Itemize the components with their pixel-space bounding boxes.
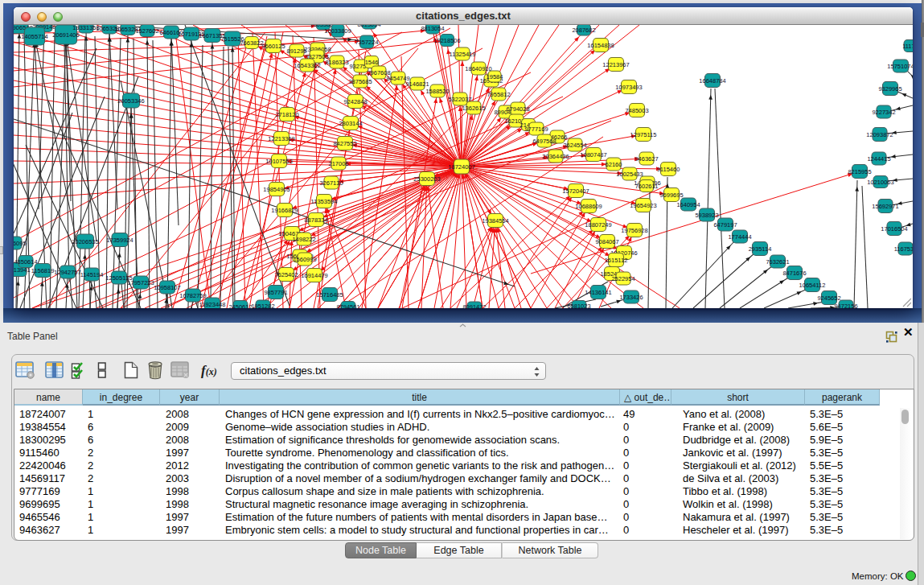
svg-text:4350614: 4350614 [14, 258, 37, 266]
svg-text:7602611: 7602611 [635, 183, 659, 190]
svg-text:12213369: 12213369 [268, 135, 294, 142]
svg-text:12213967: 12213967 [602, 61, 629, 68]
svg-text:9472156: 9472156 [834, 303, 857, 309]
svg-text:8471676: 8471676 [782, 270, 806, 277]
svg-text:8813054: 8813054 [421, 25, 444, 32]
svg-text:6479197: 6479197 [713, 221, 737, 229]
svg-text:9777169: 9777169 [524, 126, 548, 133]
svg-text:19218506: 19218506 [433, 37, 460, 44]
svg-text:7632621: 7632621 [766, 258, 789, 266]
svg-text:20206535: 20206535 [72, 238, 98, 245]
svg-text:1362615: 1362615 [462, 105, 485, 112]
svg-text:2450612: 2450612 [228, 303, 252, 309]
svg-text:2087682: 2087682 [572, 27, 595, 34]
svg-text:7357224: 7357224 [355, 39, 378, 46]
svg-text:1560999: 1560999 [293, 256, 316, 263]
svg-text:16543362: 16543362 [294, 62, 320, 69]
svg-text:1546: 1546 [365, 59, 379, 66]
svg-text:2626095: 2626095 [14, 240, 27, 247]
svg-text:11325419: 11325419 [450, 51, 476, 58]
svg-text:18807249: 18807249 [585, 221, 611, 229]
svg-text:19584: 19584 [487, 73, 503, 80]
svg-text:8878334: 8878334 [304, 216, 327, 224]
svg-text:10973493: 10973493 [615, 84, 642, 91]
svg-text:20691406: 20691406 [52, 31, 79, 39]
svg-text:1167533: 1167533 [894, 245, 913, 253]
svg-text:3267130: 3267130 [319, 179, 343, 187]
svg-text:9329965: 9329965 [878, 85, 901, 93]
svg-text:9115460: 9115460 [657, 166, 680, 173]
svg-text:9227342: 9227342 [872, 109, 895, 116]
svg-text:6794028: 6794028 [506, 105, 529, 113]
svg-text:9084067: 9084067 [595, 238, 618, 245]
svg-text:16033809: 16033809 [324, 27, 351, 35]
svg-text:3624554: 3624554 [563, 142, 586, 149]
svg-text:1527602: 1527602 [135, 27, 158, 35]
svg-text:20053346: 20053346 [117, 97, 144, 105]
svg-text:9245652: 9245652 [817, 295, 840, 302]
svg-text:2718120: 2718120 [275, 111, 298, 118]
svg-text:11353594: 11353594 [311, 198, 338, 205]
svg-text:11923448: 11923448 [199, 301, 226, 308]
svg-text:1145194: 1145194 [80, 271, 104, 278]
svg-text:12975115: 12975115 [630, 131, 657, 138]
svg-text:8813054: 8813054 [357, 25, 380, 28]
svg-text:15716485: 15716485 [316, 291, 343, 299]
svg-text:5938923: 5938923 [695, 212, 718, 219]
svg-text:14136141: 14136141 [585, 289, 611, 296]
svg-text:10654112: 10654112 [799, 282, 826, 289]
svg-text:17957223: 17957223 [127, 279, 154, 286]
svg-text:8427552: 8427552 [333, 140, 356, 147]
svg-text:1588520: 1588520 [425, 88, 449, 95]
svg-text:7955812: 7955812 [487, 91, 510, 98]
svg-text:217006: 217006 [328, 160, 348, 167]
svg-text:1156819: 1156819 [31, 267, 55, 274]
svg-text:16782759: 16782759 [179, 292, 206, 299]
svg-text:15751074: 15751074 [887, 63, 913, 70]
svg-text:11172: 11172 [902, 43, 913, 50]
svg-text:8091472: 8091472 [462, 303, 486, 309]
svg-text:10210063: 10210063 [867, 179, 893, 186]
svg-text:18640910: 18640910 [465, 65, 491, 72]
svg-text:1244415: 1244415 [867, 155, 890, 163]
svg-text:62160: 62160 [606, 161, 622, 168]
svg-text:3875685: 3875685 [348, 78, 372, 85]
svg-text:14055714: 14055714 [21, 33, 47, 40]
svg-text:1733426: 1733426 [619, 294, 643, 301]
svg-text:1615112: 1615112 [605, 257, 628, 264]
svg-text:9857791: 9857791 [264, 289, 287, 296]
svg-text:1774444: 1774444 [728, 233, 751, 241]
svg-text:10107553: 10107553 [265, 158, 292, 165]
svg-text:15692971: 15692971 [872, 203, 898, 210]
svg-text:19854905: 19854905 [263, 186, 290, 193]
svg-text:9699695: 9699695 [659, 192, 683, 199]
svg-text:9242848: 9242848 [343, 98, 367, 105]
svg-text:16648784: 16648784 [699, 77, 725, 84]
svg-text:1640954: 1640954 [676, 201, 700, 208]
svg-text:10807487: 10807487 [580, 151, 606, 159]
svg-text:19654923: 19654923 [630, 202, 656, 209]
svg-text:2935114: 2935114 [749, 245, 772, 253]
svg-text:1951282: 1951282 [251, 303, 274, 309]
svg-text:19166829: 19166829 [271, 207, 298, 214]
svg-text:2522954: 2522954 [611, 275, 634, 282]
svg-text:19384554: 19384554 [482, 217, 508, 225]
svg-text:7485003: 7485003 [625, 107, 648, 114]
svg-text:10688609: 10688609 [575, 203, 602, 210]
svg-text:12942757: 12942757 [54, 269, 80, 276]
svg-text:1498222: 1498222 [292, 236, 315, 243]
svg-text:12093872: 12093872 [866, 131, 893, 138]
svg-text:17016504: 17016504 [881, 225, 907, 233]
svg-text:10958107: 10958107 [154, 284, 180, 291]
svg-text:16154838: 16154838 [587, 42, 614, 49]
svg-text:9660125: 9660125 [261, 43, 285, 50]
svg-text:8794561: 8794561 [336, 303, 359, 309]
svg-text:25300203: 25300203 [413, 175, 440, 183]
svg-text:2803144: 2803144 [339, 120, 362, 127]
svg-text:15720407: 15720407 [562, 187, 589, 195]
svg-text:6581023: 6581023 [567, 303, 590, 309]
svg-text:7625402: 7625402 [274, 271, 298, 278]
svg-text:9146821: 9146821 [405, 80, 429, 88]
svg-text:19756928: 19756928 [621, 227, 647, 234]
svg-text:8186323: 8186323 [325, 59, 348, 66]
